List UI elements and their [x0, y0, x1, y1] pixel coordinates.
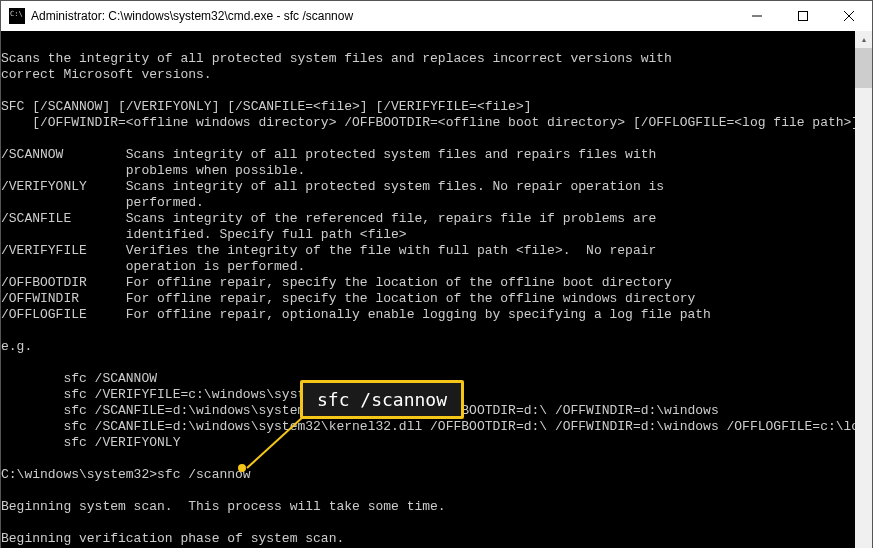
- scroll-thumb[interactable]: [855, 48, 872, 88]
- maximize-button[interactable]: [780, 1, 826, 31]
- window-controls: [734, 1, 872, 31]
- close-button[interactable]: [826, 1, 872, 31]
- minimize-button[interactable]: [734, 1, 780, 31]
- cmd-window: Administrator: C:\windows\system32\cmd.e…: [0, 0, 873, 548]
- svg-rect-1: [799, 12, 808, 21]
- annotation-callout: sfc /scannow: [300, 380, 464, 419]
- terminal-output[interactable]: Scans the integrity of all protected sys…: [1, 31, 855, 548]
- client-area: Scans the integrity of all protected sys…: [1, 31, 872, 548]
- window-title: Administrator: C:\windows\system32\cmd.e…: [31, 9, 734, 23]
- titlebar[interactable]: Administrator: C:\windows\system32\cmd.e…: [1, 1, 872, 31]
- vertical-scrollbar[interactable]: ▴ ▾: [855, 31, 872, 548]
- scroll-up-arrow[interactable]: ▴: [855, 31, 872, 48]
- cmd-icon: [9, 8, 25, 24]
